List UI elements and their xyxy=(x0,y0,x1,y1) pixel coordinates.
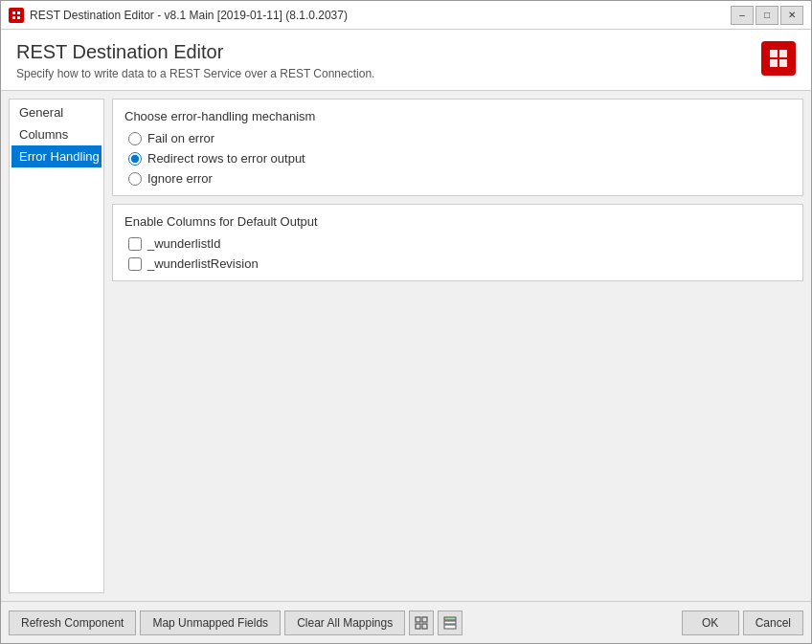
checkbox-wunderlist-revision-input[interactable] xyxy=(128,257,142,271)
page-subtitle: Specify how to write data to a REST Serv… xyxy=(16,67,374,80)
svg-rect-0 xyxy=(12,11,15,14)
svg-rect-14 xyxy=(444,625,456,629)
footer: Refresh Component Map Unmapped Fields Cl… xyxy=(1,601,811,643)
window: REST Destination Editor - v8.1 Main [201… xyxy=(0,0,812,644)
svg-rect-10 xyxy=(416,624,420,629)
title-bar: REST Destination Editor - v8.1 Main [201… xyxy=(1,1,811,30)
radio-fail-label: Fail on error xyxy=(147,131,214,145)
map-unmapped-button[interactable]: Map Unmapped Fields xyxy=(140,611,281,635)
main-content: General Columns Error Handling Choose er… xyxy=(1,91,811,601)
icon-button-2[interactable] xyxy=(438,611,462,635)
radio-redirect[interactable]: Redirect rows to error output xyxy=(128,151,791,166)
icon-button-1[interactable] xyxy=(409,611,434,635)
radio-ignore-label: Ignore error xyxy=(147,171,213,186)
close-button[interactable]: ✕ xyxy=(780,6,803,25)
minimize-button[interactable]: – xyxy=(731,6,754,25)
checkbox-wunderlist-id-input[interactable] xyxy=(128,237,142,251)
svg-rect-9 xyxy=(422,617,427,622)
radio-fail-input[interactable] xyxy=(128,132,142,145)
svg-rect-2 xyxy=(12,16,15,19)
radio-ignore-input[interactable] xyxy=(128,172,142,186)
svg-rect-6 xyxy=(770,59,778,67)
checkbox-wunderlist-revision-label: _wunderlistRevision xyxy=(147,256,259,271)
radio-redirect-input[interactable] xyxy=(128,152,142,166)
window-controls: – □ ✕ xyxy=(731,6,803,25)
svg-rect-12 xyxy=(444,617,456,620)
sidebar-item-columns[interactable]: Columns xyxy=(11,123,102,145)
sidebar: General Columns Error Handling xyxy=(9,99,104,593)
header-logo xyxy=(761,41,796,76)
columns-section: Enable Columns for Default Output _wunde… xyxy=(112,204,803,281)
radio-redirect-label: Redirect rows to error output xyxy=(147,151,305,166)
checkbox-wunderlist-id-label: _wunderlistId xyxy=(147,236,221,251)
radio-fail-on-error[interactable]: Fail on error xyxy=(128,131,791,145)
clear-mappings-button[interactable]: Clear All Mappings xyxy=(284,611,405,635)
radio-ignore[interactable]: Ignore error xyxy=(128,171,791,186)
app-icon xyxy=(9,8,24,23)
cancel-button[interactable]: Cancel xyxy=(743,611,803,635)
svg-rect-8 xyxy=(416,617,420,622)
maximize-button[interactable]: □ xyxy=(756,6,778,25)
page-title: REST Destination Editor xyxy=(16,41,374,63)
svg-rect-13 xyxy=(444,621,456,624)
window-title: REST Destination Editor - v8.1 Main [201… xyxy=(30,9,731,22)
header: REST Destination Editor Specify how to w… xyxy=(1,30,811,91)
refresh-component-button[interactable]: Refresh Component xyxy=(9,611,136,635)
checkbox-group: _wunderlistId _wunderlistRevision xyxy=(124,236,791,271)
radio-group: Fail on error Redirect rows to error out… xyxy=(124,131,791,186)
error-handling-title: Choose error-handling mechanism xyxy=(124,109,791,123)
svg-rect-4 xyxy=(770,50,778,57)
svg-rect-5 xyxy=(779,50,787,57)
svg-rect-11 xyxy=(422,624,427,629)
svg-rect-3 xyxy=(17,16,20,19)
checkbox-wunderlist-id[interactable]: _wunderlistId xyxy=(128,236,791,251)
ok-button[interactable]: OK xyxy=(682,611,739,635)
sidebar-item-general[interactable]: General xyxy=(11,101,102,123)
sidebar-item-error-handling[interactable]: Error Handling xyxy=(11,145,102,167)
svg-rect-1 xyxy=(17,11,20,14)
checkbox-wunderlist-revision[interactable]: _wunderlistRevision xyxy=(128,256,791,271)
columns-section-title: Enable Columns for Default Output xyxy=(124,214,791,229)
svg-rect-7 xyxy=(779,59,787,67)
error-handling-section: Choose error-handling mechanism Fail on … xyxy=(112,99,803,196)
right-panel: Choose error-handling mechanism Fail on … xyxy=(112,99,803,593)
